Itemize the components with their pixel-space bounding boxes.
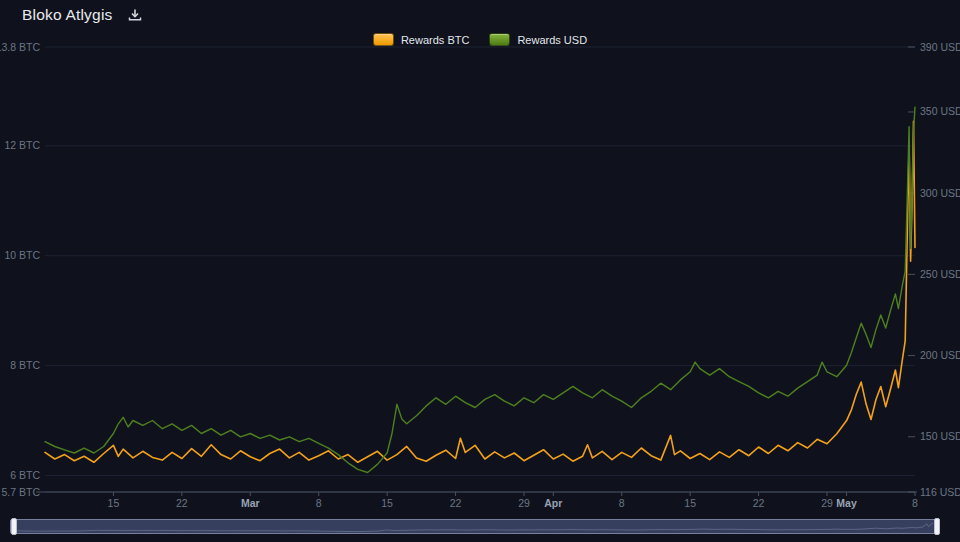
x-axis-label: 29 bbox=[821, 497, 833, 509]
x-axis-label: 8 bbox=[619, 497, 625, 509]
rewards-btc-swatch-icon bbox=[373, 33, 394, 46]
y-axis-label-left: 8 BTC bbox=[10, 359, 40, 371]
legend-label: Rewards USD bbox=[517, 34, 587, 46]
x-axis-label: 22 bbox=[753, 497, 765, 509]
x-axis-label: 15 bbox=[684, 497, 696, 509]
rewards-usd-swatch-icon bbox=[489, 33, 510, 46]
y-axis-label-left: 6 BTC bbox=[10, 469, 40, 481]
series-line-rewards-btc bbox=[45, 121, 915, 462]
y-axis-label-right: 250 USD bbox=[920, 268, 960, 280]
x-axis-label: 8 bbox=[912, 497, 918, 509]
y-axis-label-right: 200 USD bbox=[920, 349, 960, 361]
legend-label: Rewards BTC bbox=[401, 34, 469, 46]
x-axis-label: 22 bbox=[176, 497, 188, 509]
rewards-chart-plot[interactable]: 13.8 BTC12 BTC10 BTC8 BTC6 BTC5.7 BTC390… bbox=[0, 0, 960, 542]
legend-item-rewards-usd[interactable]: Rewards USD bbox=[489, 33, 587, 46]
page-title: Bloko Atlygis bbox=[22, 6, 112, 24]
header: Bloko Atlygis bbox=[22, 6, 144, 24]
download-icon bbox=[128, 8, 142, 22]
x-axis-label: 22 bbox=[450, 497, 462, 509]
x-axis-label: 8 bbox=[316, 497, 322, 509]
x-axis-label: 29 bbox=[518, 497, 530, 509]
navigator-left-handle[interactable] bbox=[11, 518, 17, 535]
y-axis-label-left: 12 BTC bbox=[4, 139, 40, 151]
y-axis-label-right: 300 USD bbox=[920, 187, 960, 199]
rewards-dashboard: Bloko Atlygis Rewards BTC Rewards USD 13… bbox=[0, 0, 960, 542]
x-axis-label: Mar bbox=[241, 497, 260, 509]
download-button[interactable] bbox=[126, 6, 144, 24]
navigator-right-handle[interactable] bbox=[934, 518, 940, 535]
series-line-rewards-usd bbox=[45, 107, 915, 472]
y-axis-label-right: 150 USD bbox=[920, 430, 960, 442]
x-axis-label: Apr bbox=[544, 497, 562, 509]
y-axis-label-right: 116 USD bbox=[920, 486, 960, 498]
x-axis-label: May bbox=[836, 497, 857, 509]
x-axis-label: 15 bbox=[381, 497, 393, 509]
y-axis-label-right: 350 USD bbox=[920, 105, 960, 117]
legend-item-rewards-btc[interactable]: Rewards BTC bbox=[373, 33, 469, 46]
y-axis-label-left: 5.7 BTC bbox=[1, 486, 40, 498]
chart-legend: Rewards BTC Rewards USD bbox=[0, 33, 960, 46]
y-axis-label-left: 10 BTC bbox=[4, 249, 40, 261]
x-axis-label: 15 bbox=[108, 497, 120, 509]
